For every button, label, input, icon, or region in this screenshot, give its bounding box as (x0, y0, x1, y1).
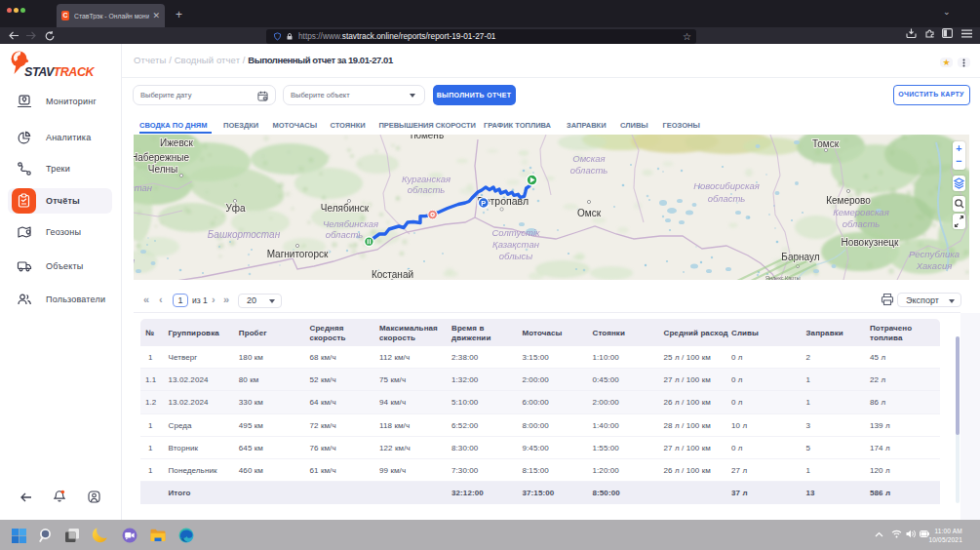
svg-text:Башкортостан: Башкортостан (208, 229, 281, 240)
svg-text:Уфа: Уфа (225, 203, 246, 214)
svg-text:TRACK: TRACK (54, 65, 96, 79)
svg-text:стан: стан (134, 182, 153, 193)
svg-text:Барнаул: Барнаул (781, 252, 819, 262)
svg-text:Кемерово: Кемерово (826, 195, 871, 206)
svg-text:P: P (481, 199, 486, 208)
svg-text:Омск: Омск (577, 208, 602, 218)
svg-text:Тюмень: Тюмень (409, 135, 444, 140)
svg-text:область: область (843, 218, 881, 229)
svg-text:облысы: облысы (499, 251, 533, 261)
svg-text:Магнитогорск: Магнитогорск (267, 249, 329, 259)
svg-text:Челны: Челны (148, 164, 177, 175)
svg-text:Республика: Республика (909, 249, 960, 259)
svg-text:STAV: STAV (24, 65, 56, 79)
svg-text:Томск: Томск (812, 138, 840, 149)
svg-text:Яндекс Карты: Яндекс Карты (765, 275, 801, 281)
svg-text:я: я (134, 255, 135, 266)
svg-text:Ижевск: Ижевск (160, 138, 194, 148)
svg-text:Курганская: Курганская (402, 174, 451, 184)
svg-text:Омская: Омская (572, 153, 605, 164)
svg-text:Солтустік: Солтустік (491, 227, 540, 238)
svg-text:Набережные: Набережные (134, 152, 189, 163)
svg-text:область: область (708, 193, 746, 204)
svg-text:область: область (408, 184, 446, 195)
svg-text:Челябинск: Челябинск (321, 203, 370, 214)
svg-text:область: область (326, 229, 364, 240)
svg-text:область: область (570, 165, 608, 176)
svg-text:Кемеровская: Кемеровская (833, 207, 888, 217)
svg-text:Новосибирская: Новосибирская (693, 180, 760, 191)
svg-text:Челябинская: Челябинская (323, 218, 378, 229)
svg-text:Қазақстан: Қазақстан (492, 239, 540, 250)
svg-text:Костанай: Костанай (372, 269, 413, 280)
svg-text:Новокузнецк: Новокузнецк (842, 237, 899, 248)
svg-text:Хакасия: Хакасия (916, 260, 953, 271)
